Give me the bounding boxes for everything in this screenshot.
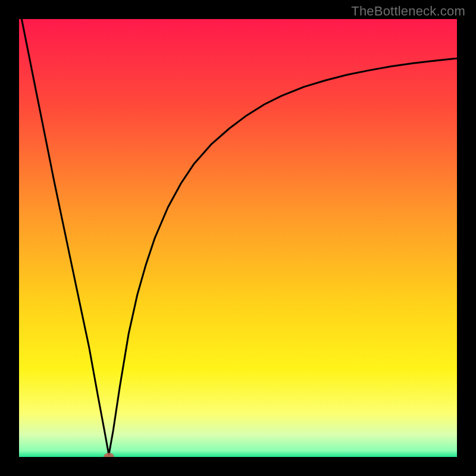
curve-minimum-marker	[104, 453, 114, 457]
chart-plot-area	[19, 19, 457, 457]
watermark-label: TheBottleneck.com	[351, 4, 465, 19]
chart-curve	[19, 19, 457, 457]
